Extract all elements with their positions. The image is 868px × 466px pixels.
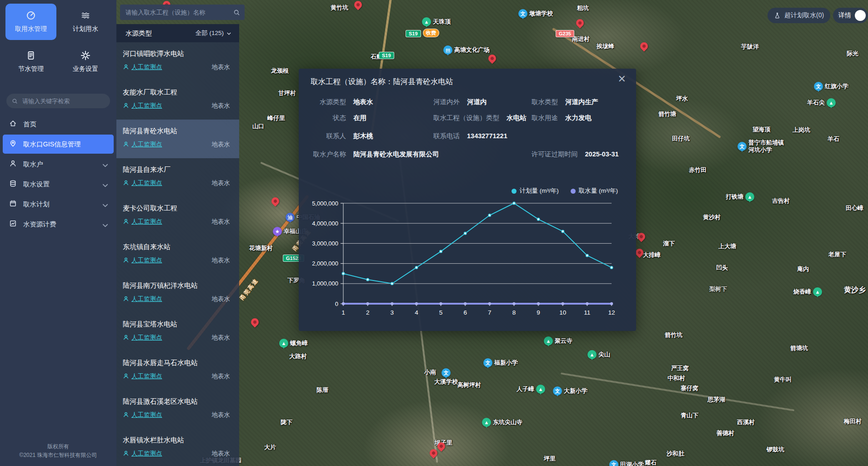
station-list-item[interactable]: 陆河县自来水厂 人工监测点 地表水 — [116, 158, 239, 197]
module-计划用水[interactable]: 计划用水 — [60, 4, 111, 40]
map-label[interactable]: ▲聚云寺 — [544, 336, 572, 346]
manual-monitor-link[interactable]: 人工监测点 — [123, 218, 162, 226]
school-marker-icon[interactable]: 文 — [553, 386, 562, 396]
module-业务设置[interactable]: 业务设置 — [60, 44, 111, 80]
module-节水管理[interactable]: 节水管理 — [5, 44, 56, 80]
map-label[interactable]: ▤高塘文化广场 — [443, 45, 490, 55]
sidebar-item-水资源计费[interactable]: 水资源计费 — [3, 215, 114, 234]
school-marker-icon[interactable]: 文 — [483, 358, 492, 367]
scenic-marker-icon[interactable]: ▲ — [827, 98, 836, 107]
gas-marker-icon[interactable]: 油 — [286, 213, 295, 222]
map-label[interactable]: 黄竹坑 — [331, 4, 348, 11]
manual-monitor-link[interactable]: 人工监测点 — [123, 179, 162, 187]
map-label[interactable]: ▲螺角嶂 — [279, 339, 308, 348]
over-plan-intake-button[interactable]: 超计划取水(0) — [768, 8, 830, 23]
map-label[interactable]: 际光 — [847, 50, 858, 57]
sidebar-item-取水户[interactable]: 取水户 — [3, 155, 114, 174]
map-label[interactable]: 羊石尖▲ — [807, 98, 836, 107]
station-list-item[interactable]: 东坑镇自来水站 人工监测点 地表水 — [116, 236, 239, 274]
station-list-item[interactable]: 麦卡公司取水工程 人工监测点 地表水 — [116, 197, 239, 236]
map-label[interactable]: 大路村 — [289, 353, 307, 360]
map-label[interactable]: 芋陂洋 — [741, 43, 759, 50]
station-list-item[interactable]: 陆河县宝塔水电站 人工监测点 地表水 — [116, 313, 239, 351]
map-label[interactable]: 思茅湖 — [707, 396, 725, 403]
map-label[interactable]: 大排嶂 — [643, 251, 661, 259]
toggle-knob[interactable] — [855, 10, 866, 21]
fun-marker-icon[interactable]: ★ — [273, 227, 282, 236]
map-label[interactable]: 坪水 — [676, 95, 688, 102]
map-label[interactable]: 人子嶂▲ — [517, 385, 545, 394]
scenic-marker-icon[interactable]: ▲ — [544, 336, 553, 346]
station-list-item[interactable]: 陆河县南万镇杞洋水电站 人工监测点 地表水 — [116, 274, 239, 313]
map-label[interactable]: 大片 — [264, 444, 276, 451]
sidebar-item-取水计划[interactable]: 取水计划 — [3, 195, 114, 214]
map-label[interactable]: 上大塘 — [718, 243, 736, 250]
map-label[interactable]: 坪里 — [544, 455, 556, 462]
map-label[interactable]: 羊石 — [828, 135, 839, 143]
module-取用水管理[interactable]: 取用水管理 — [5, 4, 56, 40]
school-marker-icon[interactable]: 文 — [518, 9, 527, 18]
station-list-item[interactable]: 陆河县青砼水电站 人工监测点 地表水 — [116, 120, 239, 158]
map-label[interactable]: 文墩塘学校 — [518, 9, 553, 18]
map-label[interactable]: 望海顶 — [753, 126, 770, 133]
sidebar-item-首页[interactable]: 首页 — [3, 115, 114, 134]
map-label[interactable]: 峰仔里 — [267, 115, 285, 122]
school-marker-icon[interactable]: 文 — [609, 460, 618, 466]
map-label[interactable]: 吉告村 — [772, 197, 790, 205]
map-label[interactable]: 花塘新村 — [249, 245, 273, 252]
map-label[interactable]: 打铁塘▲ — [726, 192, 754, 201]
station-search-input[interactable] — [125, 9, 230, 16]
poi-marker-icon[interactable]: ▤ — [443, 45, 452, 55]
map-label[interactable]: 老屋下 — [828, 251, 846, 258]
map-label[interactable]: 挨垅蜂 — [597, 43, 614, 50]
manual-monitor-link[interactable]: 人工监测点 — [123, 256, 162, 265]
scenic-marker-icon[interactable]: ▲ — [422, 17, 431, 26]
close-icon[interactable]: ✕ — [618, 74, 626, 84]
map-label[interactable]: 溜下 — [663, 240, 675, 247]
detail-toggle[interactable]: 详情 — [833, 8, 868, 23]
map-label[interactable]: 烧香嶂▲ — [793, 287, 822, 296]
map-label[interactable]: 粗坑 — [577, 5, 589, 12]
scenic-marker-icon[interactable]: ▲ — [745, 192, 754, 201]
map-label[interactable]: 梨树下 — [709, 286, 727, 293]
map-label[interactable]: 箭塘坑 — [790, 345, 808, 352]
manual-monitor-link[interactable]: 人工监测点 — [123, 295, 162, 303]
station-list-item[interactable]: 水唇镇水栏肚水电站 人工监测点 地表水 — [116, 429, 239, 466]
map-label[interactable]: 寨仔窝 — [681, 385, 698, 392]
scenic-marker-icon[interactable]: ▲ — [536, 385, 545, 394]
map-label[interactable]: 上岗坑 — [793, 126, 810, 134]
map-label[interactable]: 文大溪学校 — [434, 368, 458, 386]
manual-monitor-link[interactable]: 人工监测点 — [123, 334, 162, 342]
map-label[interactable]: 田仔坑 — [672, 135, 690, 142]
map-label[interactable]: 梅田村 — [844, 418, 862, 425]
map-label[interactable]: 青山下 — [681, 412, 698, 419]
sidebar-item-取水口GIS信息管理[interactable]: 取水口GIS信息管理 — [3, 135, 114, 154]
station-list-item[interactable]: 陆河县水唇走马石水电站 人工监测点 地表水 — [116, 351, 239, 390]
manual-monitor-link[interactable]: 人工监测点 — [123, 102, 162, 110]
map-label[interactable]: 陇下 — [281, 419, 292, 426]
map-label[interactable]: 田心嶂 — [846, 205, 863, 212]
map-label[interactable]: 耀石 — [645, 459, 657, 466]
map-label[interactable]: 陈厝 — [316, 386, 328, 394]
map-label[interactable]: 箭竹塘 — [658, 110, 676, 118]
map-label[interactable]: 严王窝 — [671, 365, 689, 372]
sidebar-item-取水设置[interactable]: 取水设置 — [3, 175, 114, 194]
map-label[interactable]: 文福新小学 — [483, 358, 518, 367]
map-label[interactable]: 善德村 — [717, 430, 734, 437]
station-list-item[interactable]: 友能水厂取水工程 人工监测点 地表水 — [116, 81, 239, 120]
map-label[interactable]: 龙颈根 — [271, 67, 289, 75]
map-label[interactable]: 高树坪村 — [457, 381, 481, 389]
source-type-dropdown[interactable]: 全部 (125) — [196, 29, 232, 37]
map-label[interactable]: 箭竹坑 — [665, 331, 682, 339]
scenic-marker-icon[interactable]: ▲ — [813, 287, 822, 296]
legend-item[interactable]: 计划量 (m³/年) — [512, 187, 559, 195]
scenic-marker-icon[interactable]: ▲ — [279, 339, 288, 348]
map-label[interactable]: ▲东坑尖山寺 — [482, 418, 522, 427]
map-label[interactable]: 文田湖小学 — [609, 460, 644, 466]
map-label[interactable]: 山口 — [252, 123, 264, 130]
school-marker-icon[interactable]: 文 — [442, 368, 451, 377]
map-label[interactable]: 文大新小学 — [553, 386, 587, 396]
map-label[interactable]: 庵内 — [797, 266, 809, 273]
station-list-item[interactable]: 陆河县激石溪老区水电站 人工监测点 地表水 — [116, 390, 239, 429]
school-marker-icon[interactable]: 文 — [814, 82, 823, 91]
